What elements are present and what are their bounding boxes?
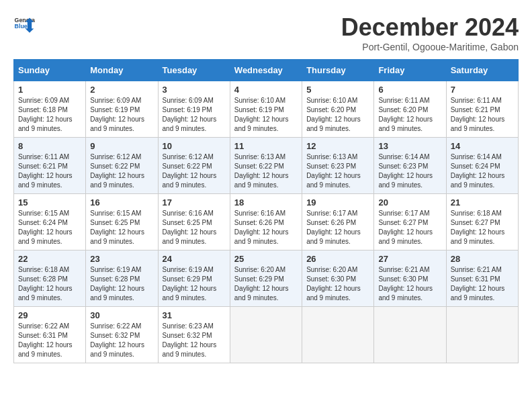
day-number: 24 xyxy=(163,254,226,264)
day-number: 23 xyxy=(90,254,153,264)
column-header-friday: Friday xyxy=(374,60,446,81)
calendar-cell: 30Sunrise: 6:22 AMSunset: 6:32 PMDayligh… xyxy=(86,307,158,363)
day-info: Sunrise: 6:16 AMSunset: 6:26 PMDaylight:… xyxy=(234,209,298,246)
calendar-cell: 23Sunrise: 6:19 AMSunset: 6:28 PMDayligh… xyxy=(86,250,158,307)
day-info: Sunrise: 6:16 AMSunset: 6:25 PMDaylight:… xyxy=(163,209,226,246)
day-info: Sunrise: 6:17 AMSunset: 6:27 PMDaylight:… xyxy=(378,209,441,246)
day-info: Sunrise: 6:22 AMSunset: 6:31 PMDaylight:… xyxy=(18,322,81,359)
calendar-cell: 11Sunrise: 6:13 AMSunset: 6:22 PMDayligh… xyxy=(230,138,302,194)
column-header-sunday: Sunday xyxy=(14,60,86,81)
day-number: 11 xyxy=(234,141,298,151)
day-number: 21 xyxy=(451,197,514,208)
day-number: 17 xyxy=(163,197,226,208)
subtitle: Port-Gentil, Ogooue-Maritime, Gabon xyxy=(341,42,519,52)
day-number: 30 xyxy=(90,310,153,320)
day-number: 28 xyxy=(451,254,514,264)
day-info: Sunrise: 6:19 AMSunset: 6:29 PMDaylight:… xyxy=(163,265,226,303)
day-info: Sunrise: 6:13 AMSunset: 6:22 PMDaylight:… xyxy=(234,152,298,190)
logo-icon: General Blue xyxy=(13,13,35,35)
day-number: 16 xyxy=(90,197,153,208)
day-number: 8 xyxy=(18,141,81,151)
week-row-5: 29Sunrise: 6:22 AMSunset: 6:31 PMDayligh… xyxy=(14,307,519,363)
day-info: Sunrise: 6:21 AMSunset: 6:30 PMDaylight:… xyxy=(378,265,441,303)
calendar-cell: 14Sunrise: 6:14 AMSunset: 6:24 PMDayligh… xyxy=(446,138,518,194)
day-number: 6 xyxy=(378,85,441,95)
calendar-cell: 20Sunrise: 6:17 AMSunset: 6:27 PMDayligh… xyxy=(374,194,446,250)
calendar-cell: 13Sunrise: 6:14 AMSunset: 6:23 PMDayligh… xyxy=(374,138,446,194)
day-number: 27 xyxy=(378,254,441,264)
calendar-cell: 29Sunrise: 6:22 AMSunset: 6:31 PMDayligh… xyxy=(14,307,86,363)
day-number: 15 xyxy=(18,197,81,208)
calendar-cell: 8Sunrise: 6:11 AMSunset: 6:21 PMDaylight… xyxy=(14,138,86,194)
calendar-cell xyxy=(230,307,302,363)
day-info: Sunrise: 6:11 AMSunset: 6:21 PMDaylight:… xyxy=(451,96,514,134)
day-info: Sunrise: 6:20 AMSunset: 6:29 PMDaylight:… xyxy=(234,265,298,303)
page-header: General Blue December 2024 Port-Gentil, … xyxy=(13,13,519,52)
day-number: 3 xyxy=(163,85,226,95)
calendar-cell: 2Sunrise: 6:09 AMSunset: 6:19 PMDaylight… xyxy=(86,81,158,138)
title-area: December 2024 Port-Gentil, Ogooue-Mariti… xyxy=(341,13,519,52)
calendar-cell xyxy=(446,307,518,363)
header-row: SundayMondayTuesdayWednesdayThursdayFrid… xyxy=(14,60,519,81)
week-row-3: 15Sunrise: 6:15 AMSunset: 6:24 PMDayligh… xyxy=(14,194,519,250)
day-info: Sunrise: 6:12 AMSunset: 6:22 PMDaylight:… xyxy=(163,152,226,190)
day-info: Sunrise: 6:09 AMSunset: 6:18 PMDaylight:… xyxy=(18,96,81,134)
day-number: 4 xyxy=(234,85,298,95)
day-number: 2 xyxy=(90,85,153,95)
day-number: 1 xyxy=(18,85,81,95)
day-number: 19 xyxy=(306,197,369,208)
day-info: Sunrise: 6:10 AMSunset: 6:20 PMDaylight:… xyxy=(306,96,369,134)
day-info: Sunrise: 6:18 AMSunset: 6:27 PMDaylight:… xyxy=(451,209,514,246)
calendar-cell: 19Sunrise: 6:17 AMSunset: 6:26 PMDayligh… xyxy=(302,194,374,250)
calendar-cell: 10Sunrise: 6:12 AMSunset: 6:22 PMDayligh… xyxy=(158,138,230,194)
day-info: Sunrise: 6:12 AMSunset: 6:22 PMDaylight:… xyxy=(90,152,153,190)
column-header-saturday: Saturday xyxy=(446,60,518,81)
calendar-cell: 21Sunrise: 6:18 AMSunset: 6:27 PMDayligh… xyxy=(446,194,518,250)
day-info: Sunrise: 6:11 AMSunset: 6:21 PMDaylight:… xyxy=(18,152,81,190)
day-info: Sunrise: 6:14 AMSunset: 6:24 PMDaylight:… xyxy=(451,152,514,190)
day-number: 12 xyxy=(306,141,369,151)
calendar-cell: 1Sunrise: 6:09 AMSunset: 6:18 PMDaylight… xyxy=(14,81,86,138)
day-number: 25 xyxy=(234,254,298,264)
day-info: Sunrise: 6:09 AMSunset: 6:19 PMDaylight:… xyxy=(90,96,153,134)
calendar-cell: 28Sunrise: 6:21 AMSunset: 6:31 PMDayligh… xyxy=(446,250,518,307)
day-info: Sunrise: 6:15 AMSunset: 6:25 PMDaylight:… xyxy=(90,209,153,246)
day-number: 20 xyxy=(378,197,441,208)
day-info: Sunrise: 6:23 AMSunset: 6:32 PMDaylight:… xyxy=(163,322,226,359)
day-number: 7 xyxy=(451,85,514,95)
day-info: Sunrise: 6:14 AMSunset: 6:23 PMDaylight:… xyxy=(378,152,441,190)
day-number: 13 xyxy=(378,141,441,151)
calendar-cell: 5Sunrise: 6:10 AMSunset: 6:20 PMDaylight… xyxy=(302,81,374,138)
week-row-1: 1Sunrise: 6:09 AMSunset: 6:18 PMDaylight… xyxy=(14,81,519,138)
day-number: 10 xyxy=(163,141,226,151)
day-info: Sunrise: 6:22 AMSunset: 6:32 PMDaylight:… xyxy=(90,322,153,359)
calendar-table: SundayMondayTuesdayWednesdayThursdayFrid… xyxy=(13,59,519,363)
calendar-cell: 12Sunrise: 6:13 AMSunset: 6:23 PMDayligh… xyxy=(302,138,374,194)
svg-text:Blue: Blue xyxy=(15,23,28,30)
day-number: 5 xyxy=(306,85,369,95)
day-number: 29 xyxy=(18,310,81,320)
column-header-wednesday: Wednesday xyxy=(230,60,302,81)
calendar-cell: 22Sunrise: 6:18 AMSunset: 6:28 PMDayligh… xyxy=(14,250,86,307)
day-info: Sunrise: 6:18 AMSunset: 6:28 PMDaylight:… xyxy=(18,265,81,303)
calendar-cell: 15Sunrise: 6:15 AMSunset: 6:24 PMDayligh… xyxy=(14,194,86,250)
day-number: 26 xyxy=(306,254,369,264)
calendar-cell: 3Sunrise: 6:09 AMSunset: 6:19 PMDaylight… xyxy=(158,81,230,138)
calendar-cell: 25Sunrise: 6:20 AMSunset: 6:29 PMDayligh… xyxy=(230,250,302,307)
calendar-cell: 17Sunrise: 6:16 AMSunset: 6:25 PMDayligh… xyxy=(158,194,230,250)
calendar-cell xyxy=(302,307,374,363)
day-info: Sunrise: 6:13 AMSunset: 6:23 PMDaylight:… xyxy=(306,152,369,190)
day-info: Sunrise: 6:11 AMSunset: 6:20 PMDaylight:… xyxy=(378,96,441,134)
day-info: Sunrise: 6:19 AMSunset: 6:28 PMDaylight:… xyxy=(90,265,153,303)
calendar-cell: 6Sunrise: 6:11 AMSunset: 6:20 PMDaylight… xyxy=(374,81,446,138)
day-number: 22 xyxy=(18,254,81,264)
day-info: Sunrise: 6:17 AMSunset: 6:26 PMDaylight:… xyxy=(306,209,369,246)
week-row-4: 22Sunrise: 6:18 AMSunset: 6:28 PMDayligh… xyxy=(14,250,519,307)
week-row-2: 8Sunrise: 6:11 AMSunset: 6:21 PMDaylight… xyxy=(14,138,519,194)
calendar-cell: 31Sunrise: 6:23 AMSunset: 6:32 PMDayligh… xyxy=(158,307,230,363)
calendar-cell: 27Sunrise: 6:21 AMSunset: 6:30 PMDayligh… xyxy=(374,250,446,307)
day-number: 31 xyxy=(163,310,226,320)
svg-text:General: General xyxy=(15,17,35,24)
day-number: 9 xyxy=(90,141,153,151)
day-info: Sunrise: 6:20 AMSunset: 6:30 PMDaylight:… xyxy=(306,265,369,303)
